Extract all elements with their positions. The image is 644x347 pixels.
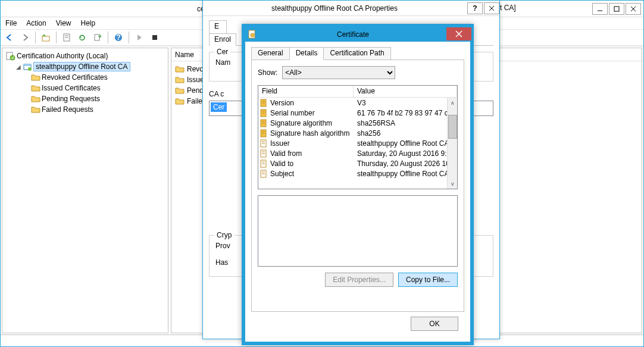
show-select[interactable]: <All>: [282, 66, 395, 79]
props-close-button[interactable]: [484, 2, 499, 14]
export-button[interactable]: [91, 31, 104, 44]
field-icon: [258, 129, 269, 137]
cert-tab-details[interactable]: Details: [289, 47, 324, 60]
field-name: Valid to: [269, 160, 354, 168]
tree-child-issued[interactable]: Issued Certificates: [4, 83, 167, 93]
props-tab-enrol[interactable]: Enrol: [209, 33, 236, 46]
menu-help[interactable]: Help: [81, 19, 96, 27]
col-value[interactable]: Value: [354, 86, 457, 97]
svg-point-16: [28, 67, 32, 71]
list-item-label: Issue: [187, 76, 204, 84]
refresh-button[interactable]: [76, 31, 89, 44]
certificate-dialog: Certificate General Details Certificatio…: [242, 24, 474, 345]
props-help-button[interactable]: ?: [467, 2, 483, 14]
name-label: Nam: [215, 58, 230, 67]
main-title-fragment: t CA]: [500, 4, 516, 12]
svg-rect-11: [152, 35, 157, 40]
tree-child-label: Issued Certificates: [42, 84, 101, 92]
folder-icon: [175, 96, 185, 106]
cert-title-text: Certificate: [260, 30, 446, 39]
field-value: sha256: [354, 129, 457, 137]
field-row[interactable]: Valid fromSaturday, 20 August 2016 9:5..…: [258, 148, 457, 158]
tree-child-pending[interactable]: Pending Requests: [4, 93, 167, 104]
field-icon: [258, 139, 269, 148]
edit-properties-button: Edit Properties...: [325, 273, 393, 287]
field-row[interactable]: Valid toThursday, 20 August 2026 10:...: [258, 158, 457, 168]
cert-tabs: General Details Certification Path: [251, 46, 464, 60]
fields-header: Field Value: [258, 86, 457, 98]
col-field[interactable]: Field: [258, 86, 354, 97]
ca-icon: [23, 62, 32, 71]
field-icon: [258, 160, 269, 168]
stop-button[interactable]: [148, 31, 161, 44]
props-title-bar[interactable]: stealthpuppy Offline Root CA Properties …: [203, 1, 499, 16]
field-value: stealthpuppy Offline Root CA: [354, 139, 457, 148]
tree-child-label: Revoked Certificates: [42, 73, 108, 82]
scrollbar[interactable]: ∧ ∨: [447, 98, 457, 189]
svg-rect-1: [614, 7, 619, 11]
svg-rect-4: [42, 36, 49, 41]
expand-icon[interactable]: ◢: [15, 64, 21, 70]
menu-file[interactable]: File: [5, 19, 17, 27]
forward-button[interactable]: [18, 31, 32, 44]
field-row[interactable]: Serial number61 76 7b 4f b2 79 83 97 47 …: [258, 108, 457, 118]
field-name: Version: [269, 99, 354, 107]
up-button[interactable]: [39, 31, 52, 44]
scroll-thumb[interactable]: [448, 115, 457, 139]
cert-tab-certpath[interactable]: Certification Path: [323, 47, 390, 60]
show-label: Show:: [258, 68, 277, 77]
maximize-button[interactable]: [609, 3, 624, 15]
back-button[interactable]: [3, 31, 16, 44]
field-icon: [258, 170, 269, 178]
field-icon: [258, 149, 269, 158]
folder-icon: [31, 83, 40, 93]
fields-listview[interactable]: Field Value VersionV3Serial number61 76 …: [258, 85, 458, 189]
svg-rect-8: [95, 35, 99, 40]
folder-icon: [31, 94, 40, 104]
field-name: Valid from: [269, 149, 354, 158]
tree-ca-node[interactable]: ◢ stealthpuppy Offline Root CA: [4, 61, 167, 72]
close-button[interactable]: [626, 3, 641, 15]
cert-close-button[interactable]: [446, 27, 471, 40]
tree-pane[interactable]: Certification Authority (Local) ◢ stealt…: [2, 48, 168, 333]
field-row[interactable]: Subjectstealthpuppy Offline Root CA: [258, 168, 457, 179]
field-detail-box[interactable]: [258, 195, 458, 267]
scroll-down-icon[interactable]: ∨: [448, 179, 457, 189]
cert-body: General Details Certification Path Show:…: [245, 42, 470, 342]
tree-child-failed[interactable]: Failed Requests: [4, 104, 167, 115]
scroll-up-icon[interactable]: ∧: [448, 98, 457, 108]
field-name: Issuer: [269, 139, 354, 148]
properties-button[interactable]: [60, 31, 73, 44]
folder-icon: [175, 75, 185, 85]
cert-list-selected[interactable]: Cer: [211, 102, 227, 112]
field-icon: [258, 99, 269, 107]
ok-button[interactable]: OK: [411, 317, 458, 331]
list-item-label: Pend: [187, 86, 204, 95]
help-button[interactable]: ?: [112, 31, 125, 44]
tree-child-label: Pending Requests: [42, 95, 100, 103]
field-row[interactable]: VersionV3: [258, 98, 457, 108]
tree-child-revoked[interactable]: Revoked Certificates: [4, 72, 167, 83]
tree-root[interactable]: Certification Authority (Local): [4, 51, 167, 61]
fields-body: VersionV3Serial number61 76 7b 4f b2 79 …: [258, 98, 457, 189]
props-tab-e[interactable]: E: [209, 20, 227, 33]
menu-action[interactable]: Action: [26, 19, 46, 27]
minimize-button[interactable]: [592, 3, 608, 15]
field-icon: [258, 109, 269, 117]
menu-view[interactable]: View: [56, 19, 71, 27]
cert-title-bar[interactable]: Certificate: [245, 27, 470, 42]
field-value: 61 76 7b 4f b2 79 83 97 47 c8 ...: [354, 109, 457, 117]
folder-icon: [31, 105, 40, 114]
cert-tab-general[interactable]: General: [251, 47, 290, 60]
cert-authority-icon: [6, 51, 15, 61]
window-controls: [591, 3, 641, 15]
copy-to-file-button[interactable]: Copy to File...: [398, 273, 458, 287]
field-name: Serial number: [269, 109, 354, 117]
field-row[interactable]: Signature hash algorithmsha256: [258, 128, 457, 138]
field-row[interactable]: Issuerstealthpuppy Offline Root CA: [258, 138, 457, 148]
play-button[interactable]: [133, 31, 146, 44]
field-row[interactable]: Signature algorithmsha256RSA: [258, 118, 457, 128]
cert-details-panel: Show: <All> Field Value VersionV3Serial …: [251, 60, 464, 312]
field-value: Thursday, 20 August 2026 10:...: [354, 160, 457, 168]
props-title-text: stealthpuppy Offline Root CA Properties: [203, 4, 466, 12]
